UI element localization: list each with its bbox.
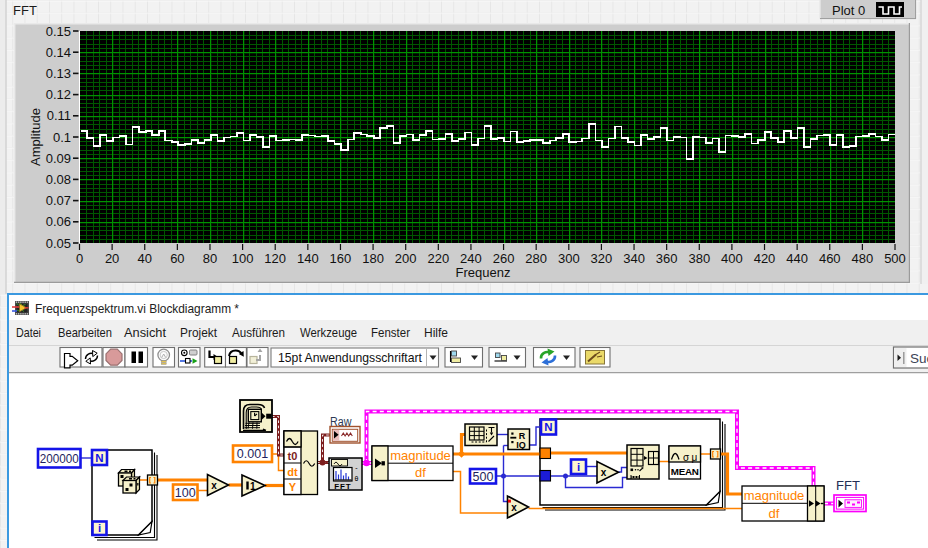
svg-text:Frequenzspektrum.vi Blockdiagr: Frequenzspektrum.vi Blockdiagramm *: [35, 301, 239, 316]
svg-text:180: 180: [362, 251, 384, 266]
svg-text:120: 120: [264, 251, 286, 266]
svg-text:magnitude: magnitude: [744, 488, 805, 503]
svg-text:480: 480: [852, 251, 874, 266]
svg-text:0.1: 0.1: [53, 130, 71, 145]
svg-text:dt: dt: [287, 466, 298, 478]
svg-text:60: 60: [170, 251, 184, 266]
svg-text:220: 220: [427, 251, 449, 266]
svg-text:FFT: FFT: [13, 3, 37, 18]
svg-text:0.15: 0.15: [46, 24, 71, 39]
svg-text:Werkzeuge: Werkzeuge: [300, 325, 357, 340]
svg-text:500: 500: [473, 470, 494, 484]
svg-text:df: df: [415, 465, 426, 480]
svg-text:300: 300: [558, 251, 580, 266]
svg-text:Fenster: Fenster: [371, 325, 411, 340]
svg-text:N: N: [544, 421, 552, 433]
svg-text:σ: σ: [683, 452, 690, 463]
svg-text:x: x: [211, 480, 217, 491]
svg-text:magnitude: magnitude: [390, 448, 451, 463]
svg-text:15pt Anwendungsschriftart: 15pt Anwendungsschriftart: [278, 350, 422, 365]
svg-text:400: 400: [721, 251, 743, 266]
svg-text:i: i: [577, 461, 580, 473]
svg-text:100: 100: [175, 486, 196, 500]
svg-text:200000: 200000: [40, 451, 79, 466]
svg-text:100: 100: [232, 251, 254, 266]
svg-text:IQ: IQ: [516, 440, 526, 450]
svg-text:Hilfe: Hilfe: [424, 325, 448, 340]
svg-text:Suchen: Suchen: [910, 351, 928, 366]
svg-text:FFT: FFT: [334, 482, 351, 491]
svg-text:Ansicht: Ansicht: [124, 325, 166, 340]
svg-text:420: 420: [754, 251, 776, 266]
svg-text:0.05: 0.05: [46, 236, 71, 251]
svg-text:FFT: FFT: [836, 478, 860, 493]
svg-text:380: 380: [688, 251, 710, 266]
svg-text:320: 320: [591, 251, 613, 266]
svg-text:80: 80: [203, 251, 217, 266]
svg-text:μ: μ: [692, 452, 698, 463]
svg-text:340: 340: [623, 251, 645, 266]
svg-text:0.14: 0.14: [46, 45, 71, 60]
svg-text:0.09: 0.09: [46, 151, 71, 166]
svg-text:N: N: [95, 452, 103, 464]
svg-text:0.06: 0.06: [46, 214, 71, 229]
svg-text:500: 500: [884, 251, 906, 266]
svg-text:Plot 0: Plot 0: [832, 3, 865, 18]
svg-text:0.08: 0.08: [46, 172, 71, 187]
svg-text:x: x: [601, 467, 607, 478]
svg-text:0.12: 0.12: [46, 87, 71, 102]
svg-text:0.07: 0.07: [46, 193, 71, 208]
svg-text:1: 1: [250, 481, 256, 492]
svg-text:Projekt: Projekt: [180, 325, 217, 340]
svg-text:θ: θ: [355, 475, 359, 482]
svg-text:Bearbeiten: Bearbeiten: [58, 325, 112, 340]
svg-text:460: 460: [819, 251, 841, 266]
svg-text:40: 40: [138, 251, 152, 266]
svg-text:Datei: Datei: [16, 325, 41, 340]
svg-text:440: 440: [786, 251, 808, 266]
svg-text:0.001: 0.001: [237, 447, 268, 461]
svg-text:Amplitude: Amplitude: [28, 108, 43, 166]
svg-text:Y: Y: [289, 481, 297, 493]
svg-text:140: 140: [297, 251, 319, 266]
svg-text:0.11: 0.11: [47, 108, 71, 123]
svg-text:t0: t0: [288, 450, 298, 462]
svg-text:200: 200: [395, 251, 417, 266]
svg-text:df: df: [769, 506, 780, 521]
svg-text:240: 240: [460, 251, 482, 266]
svg-text:MEAN: MEAN: [671, 466, 699, 477]
svg-text:Ausführen: Ausführen: [232, 325, 285, 340]
svg-text:360: 360: [656, 251, 678, 266]
svg-text:280: 280: [525, 251, 547, 266]
svg-text:160: 160: [330, 251, 352, 266]
svg-text:0: 0: [76, 251, 83, 266]
svg-text:0.13: 0.13: [46, 66, 71, 81]
svg-text:x: x: [511, 502, 517, 513]
svg-text:i: i: [98, 522, 101, 534]
svg-text:Frequenz: Frequenz: [456, 265, 511, 280]
svg-text:20: 20: [105, 251, 119, 266]
svg-text:260: 260: [493, 251, 515, 266]
